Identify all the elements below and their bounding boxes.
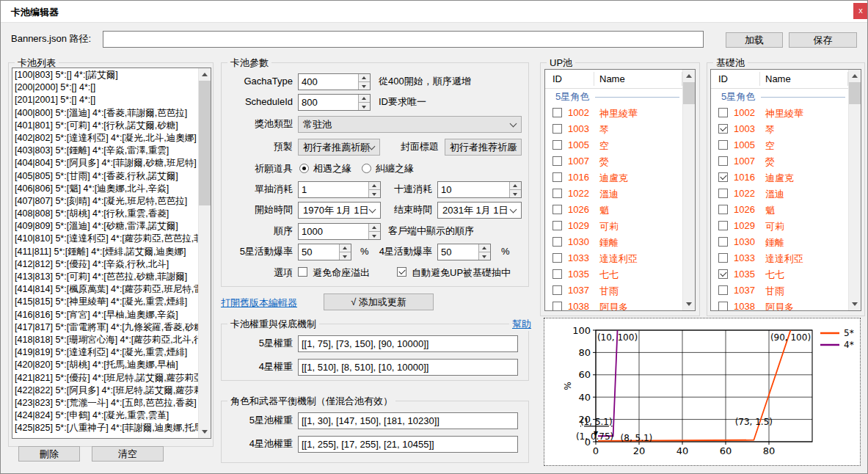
- help-link[interactable]: 幫助: [509, 318, 534, 331]
- pool-row[interactable]: 1026魈: [711, 202, 848, 218]
- preset-combo[interactable]: 初行者推薦祈願: [298, 139, 380, 156]
- rate4-spinner[interactable]: [437, 244, 491, 260]
- pool-row[interactable]: 1037甘雨: [545, 282, 682, 299]
- checkbox-unchecked-icon[interactable]: [552, 172, 562, 182]
- spin-up-icon[interactable]: [479, 244, 490, 252]
- up-pool-list[interactable]: ID Name 5星角色 1002神里綾華1003琴1005空1007熒1016…: [544, 69, 696, 311]
- pool-row[interactable]: 1016迪盧克: [545, 169, 682, 186]
- radio-encounter-fate[interactable]: [299, 164, 309, 173]
- pool-listbox[interactable]: [100|803] 5*:[] 4*:[諾艾爾][200|2000] 5*:[]…: [12, 68, 211, 439]
- pool-row[interactable]: 1030鍾離: [545, 234, 682, 250]
- pool-row[interactable]: 1007熒: [711, 153, 848, 169]
- scroll-down-icon[interactable]: [849, 298, 861, 310]
- list-item[interactable]: [422|822] 5*:[阿貝多] 4*:[班尼特,諾艾爾,蘿莎莉亞]: [12, 384, 198, 397]
- list-item[interactable]: [200|2000] 5*:[] 4*:[]: [12, 81, 198, 94]
- pool-row[interactable]: 1002神里綾華: [711, 105, 848, 121]
- pool-row[interactable]: 1033達達利亞: [711, 250, 848, 266]
- up-pool-scrollbar[interactable]: [682, 70, 695, 310]
- checkbox-unchecked-icon[interactable]: [552, 205, 562, 214]
- pool-list-scrollbar[interactable]: [198, 68, 211, 438]
- list-item[interactable]: [418|818] 5*:[珊瑚宮心海] 4*:[蘿莎莉亞,北斗,行秋]: [12, 334, 198, 346]
- open-old-editor-link[interactable]: 打開舊版本編輯器: [221, 296, 297, 310]
- ten-cost-spinner[interactable]: [437, 181, 522, 198]
- pool-row[interactable]: 1002神里綾華: [545, 105, 682, 121]
- pool-weight5-box[interactable]: [298, 412, 518, 429]
- pool-row[interactable]: 1026魈: [545, 202, 682, 218]
- scroll-up-icon[interactable]: [683, 70, 695, 82]
- scroll-thumb[interactable]: [683, 82, 695, 104]
- list-item[interactable]: [100|803] 5*:[] 4*:[諾艾爾]: [12, 69, 198, 81]
- scroll-thumb[interactable]: [199, 81, 211, 205]
- rate5-spinner[interactable]: [298, 244, 351, 260]
- rate4-input[interactable]: [438, 244, 478, 260]
- end-time-picker[interactable]: 2031年 1月 1日: [437, 202, 522, 219]
- checkbox-unchecked-icon[interactable]: [552, 302, 562, 310]
- spin-up-icon[interactable]: [359, 95, 370, 103]
- checkbox-unchecked-icon[interactable]: [552, 285, 562, 295]
- list-item[interactable]: [420|820] 5*:[胡桃] 4*:[托馬,迪奧娜,早柚]: [12, 359, 198, 371]
- list-item[interactable]: [409|809] 5*:[溫迪] 4*:[砂糖,雷澤,諾艾爾]: [12, 220, 198, 233]
- weight4-box[interactable]: [298, 359, 518, 376]
- pool-row[interactable]: 1035七七: [711, 266, 848, 282]
- checkbox-avoid-up-in-base[interactable]: [397, 267, 406, 277]
- pool-row[interactable]: 1030鍾離: [711, 234, 848, 250]
- ten-cost-input[interactable]: [438, 182, 509, 197]
- pool-weight5-input[interactable]: [299, 413, 517, 429]
- list-item[interactable]: [403|803] 5*:[鍾離] 4*:[辛焱,雷澤,重雲]: [12, 145, 198, 157]
- scheduleid-spinner[interactable]: [298, 94, 371, 111]
- checkbox-checked-icon[interactable]: [718, 269, 728, 279]
- pool-weight4-box[interactable]: [298, 436, 518, 453]
- spin-down-icon[interactable]: [359, 103, 370, 110]
- pool-row[interactable]: 1007熒: [545, 153, 682, 169]
- list-item[interactable]: [413|813] 5*:[可莉] 4*:[芭芭拉,砂糖,菲謝爾]: [12, 271, 198, 283]
- pool-row[interactable]: 1038阿貝多: [711, 299, 848, 310]
- list-item[interactable]: [407|807] 5*:[刻晴] 4*:[凝光,班尼特,芭芭拉]: [12, 195, 198, 208]
- checkbox-unchecked-icon[interactable]: [552, 140, 562, 150]
- pool-weight4-input[interactable]: [299, 437, 517, 452]
- checkbox-unchecked-icon[interactable]: [718, 285, 728, 295]
- checkbox-unchecked-icon[interactable]: [552, 108, 562, 117]
- base-pool-scrollbar[interactable]: [848, 70, 861, 310]
- checkbox-avoid-constellation-overflow[interactable]: [298, 267, 307, 277]
- checkbox-unchecked-icon[interactable]: [718, 140, 728, 150]
- checkbox-unchecked-icon[interactable]: [552, 269, 562, 279]
- close-button[interactable]: x: [853, 3, 868, 19]
- pool-row[interactable]: 1005空: [545, 137, 682, 153]
- pool-row[interactable]: 1033達達利亞: [545, 250, 682, 266]
- order-input[interactable]: [299, 224, 368, 239]
- pool-row[interactable]: 1022溫迪: [545, 186, 682, 202]
- list-item[interactable]: [411|811] 5*:[鍾離] 4*:[煙緋,諾艾爾,迪奧娜]: [12, 246, 198, 258]
- checkbox-unchecked-icon[interactable]: [552, 124, 562, 134]
- list-item[interactable]: [402|802] 5*:[達達利亞] 4*:[凝光,北斗,迪奧娜]: [12, 132, 198, 145]
- pool-row[interactable]: 1029可莉: [545, 218, 682, 234]
- checkbox-unchecked-icon[interactable]: [718, 189, 728, 198]
- checkbox-unchecked-icon[interactable]: [718, 302, 728, 310]
- list-item[interactable]: [412|812] 5*:[優菈] 4*:[辛焱,行秋,北斗]: [12, 258, 198, 271]
- weight5-box[interactable]: [298, 335, 518, 352]
- list-item[interactable]: [408|808] 5*:[胡桃] 4*:[行秋,重雲,香菱]: [12, 208, 198, 220]
- path-textbox[interactable]: [103, 31, 704, 48]
- pool-row[interactable]: 1029可莉: [711, 218, 848, 234]
- weight5-input[interactable]: [299, 336, 517, 351]
- pool-row[interactable]: 1038阿貝多: [545, 299, 682, 310]
- list-item[interactable]: [423|823] 5*:[荒瀧一斗] 4*:[五郎,芭芭拉,香菱]: [12, 397, 198, 409]
- list-item[interactable]: [405|805] 5*:[甘雨] 4*:[香菱,行秋,諾艾爾]: [12, 170, 198, 183]
- scroll-thumb[interactable]: [849, 82, 861, 104]
- checkbox-unchecked-icon[interactable]: [552, 253, 562, 263]
- pool-row[interactable]: 1035七七: [545, 266, 682, 282]
- spin-down-icon[interactable]: [340, 252, 351, 260]
- spin-down-icon[interactable]: [359, 82, 370, 90]
- list-item[interactable]: [415|815] 5*:[神里綾華] 4*:[凝光,重雲,煙緋]: [12, 296, 198, 308]
- list-item[interactable]: [201|2001] 5*:[] 4*:[]: [12, 94, 198, 106]
- path-input[interactable]: [103, 32, 703, 47]
- list-item[interactable]: [424|824] 5*:[申鶴] 4*:[凝光,重雲,雲堇]: [12, 409, 198, 422]
- checkbox-checked-icon[interactable]: [718, 124, 728, 134]
- weight4-input[interactable]: [299, 360, 517, 375]
- save-button[interactable]: 保存: [789, 32, 857, 48]
- clear-button[interactable]: 清空: [92, 446, 164, 462]
- spin-up-icon[interactable]: [369, 224, 380, 232]
- list-item[interactable]: [416|816] 5*:[宵宮] 4*:[早柚,迪奧娜,辛焱]: [12, 309, 198, 321]
- checkbox-unchecked-icon[interactable]: [552, 156, 562, 166]
- checkbox-checked-icon[interactable]: [718, 172, 728, 182]
- list-item[interactable]: [401|801] 5*:[可莉] 4*:[行秋,諾艾爾,砂糖]: [12, 120, 198, 132]
